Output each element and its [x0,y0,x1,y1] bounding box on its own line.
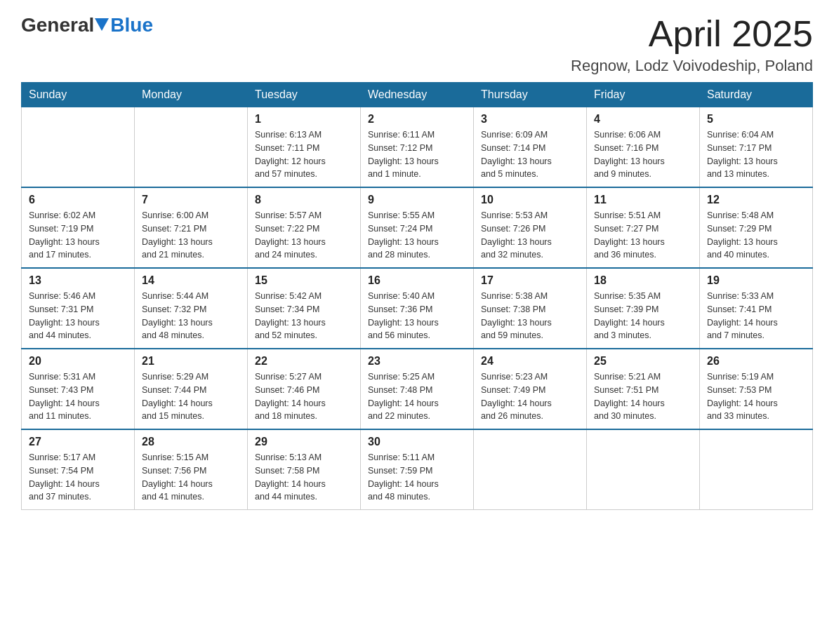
title-section: April 2025 Regnow, Lodz Voivodeship, Pol… [571,14,813,75]
day-info: Sunrise: 6:00 AM Sunset: 7:21 PM Dayligh… [142,209,240,262]
calendar-cell: 16Sunrise: 5:40 AM Sunset: 7:36 PM Dayli… [361,268,474,349]
calendar-cell: 14Sunrise: 5:44 AM Sunset: 7:32 PM Dayli… [135,268,248,349]
calendar-cell: 18Sunrise: 5:35 AM Sunset: 7:39 PM Dayli… [587,268,700,349]
logo: General Blue [21,14,153,36]
calendar-cell [474,429,587,510]
day-info: Sunrise: 5:33 AM Sunset: 7:41 PM Dayligh… [707,290,805,342]
calendar-cell: 13Sunrise: 5:46 AM Sunset: 7:31 PM Dayli… [22,268,135,349]
day-info: Sunrise: 6:04 AM Sunset: 7:17 PM Dayligh… [707,128,805,181]
day-number: 16 [368,274,466,287]
day-info: Sunrise: 6:02 AM Sunset: 7:19 PM Dayligh… [29,209,127,262]
month-title: April 2025 [571,14,813,54]
calendar-cell: 9Sunrise: 5:55 AM Sunset: 7:24 PM Daylig… [361,187,474,268]
day-info: Sunrise: 5:48 AM Sunset: 7:29 PM Dayligh… [707,209,805,262]
calendar-cell: 22Sunrise: 5:27 AM Sunset: 7:46 PM Dayli… [248,349,361,429]
day-info: Sunrise: 5:38 AM Sunset: 7:38 PM Dayligh… [481,290,579,342]
calendar-cell: 30Sunrise: 5:11 AM Sunset: 7:59 PM Dayli… [361,429,474,510]
header-saturday: Saturday [700,83,813,107]
calendar-cell [22,107,135,188]
day-info: Sunrise: 5:19 AM Sunset: 7:53 PM Dayligh… [707,370,805,423]
day-number: 14 [142,274,240,287]
day-number: 22 [255,355,353,368]
day-info: Sunrise: 5:42 AM Sunset: 7:34 PM Dayligh… [255,290,353,342]
day-number: 23 [368,355,466,368]
weekday-header-row: Sunday Monday Tuesday Wednesday Thursday… [22,83,813,107]
calendar-cell: 15Sunrise: 5:42 AM Sunset: 7:34 PM Dayli… [248,268,361,349]
day-number: 3 [481,113,579,126]
day-info: Sunrise: 5:44 AM Sunset: 7:32 PM Dayligh… [142,290,240,342]
day-number: 13 [29,274,127,287]
day-number: 6 [29,194,127,206]
calendar-cell: 4Sunrise: 6:06 AM Sunset: 7:16 PM Daylig… [587,107,700,188]
day-info: Sunrise: 5:23 AM Sunset: 7:49 PM Dayligh… [481,370,579,423]
day-info: Sunrise: 6:11 AM Sunset: 7:12 PM Dayligh… [368,128,466,181]
day-number: 12 [707,194,805,206]
calendar-week-row: 20Sunrise: 5:31 AM Sunset: 7:43 PM Dayli… [22,349,813,429]
calendar-cell: 7Sunrise: 6:00 AM Sunset: 7:21 PM Daylig… [135,187,248,268]
calendar-cell [700,429,813,510]
day-number: 19 [707,274,805,287]
day-info: Sunrise: 5:21 AM Sunset: 7:51 PM Dayligh… [594,370,692,423]
day-info: Sunrise: 5:55 AM Sunset: 7:24 PM Dayligh… [368,209,466,262]
header-wednesday: Wednesday [361,83,474,107]
header-monday: Monday [135,83,248,107]
calendar-cell: 8Sunrise: 5:57 AM Sunset: 7:22 PM Daylig… [248,187,361,268]
calendar-cell: 28Sunrise: 5:15 AM Sunset: 7:56 PM Dayli… [135,429,248,510]
logo-triangle-icon [95,18,109,34]
day-info: Sunrise: 5:17 AM Sunset: 7:54 PM Dayligh… [29,451,127,504]
day-info: Sunrise: 5:25 AM Sunset: 7:48 PM Dayligh… [368,370,466,423]
calendar-cell: 24Sunrise: 5:23 AM Sunset: 7:49 PM Dayli… [474,349,587,429]
calendar-cell: 6Sunrise: 6:02 AM Sunset: 7:19 PM Daylig… [22,187,135,268]
calendar-cell: 29Sunrise: 5:13 AM Sunset: 7:58 PM Dayli… [248,429,361,510]
day-number: 18 [594,274,692,287]
calendar-cell: 20Sunrise: 5:31 AM Sunset: 7:43 PM Dayli… [22,349,135,429]
day-info: Sunrise: 5:46 AM Sunset: 7:31 PM Dayligh… [29,290,127,342]
location-title: Regnow, Lodz Voivodeship, Poland [571,57,813,75]
day-number: 28 [142,436,240,448]
calendar-cell: 12Sunrise: 5:48 AM Sunset: 7:29 PM Dayli… [700,187,813,268]
day-number: 1 [255,113,353,126]
calendar-table: Sunday Monday Tuesday Wednesday Thursday… [21,82,813,510]
logo-blue: Blue [110,14,153,36]
calendar-cell: 21Sunrise: 5:29 AM Sunset: 7:44 PM Dayli… [135,349,248,429]
day-info: Sunrise: 5:35 AM Sunset: 7:39 PM Dayligh… [594,290,692,342]
day-info: Sunrise: 5:40 AM Sunset: 7:36 PM Dayligh… [368,290,466,342]
day-number: 10 [481,194,579,206]
header-friday: Friday [587,83,700,107]
calendar-cell: 26Sunrise: 5:19 AM Sunset: 7:53 PM Dayli… [700,349,813,429]
calendar-cell: 25Sunrise: 5:21 AM Sunset: 7:51 PM Dayli… [587,349,700,429]
day-info: Sunrise: 5:53 AM Sunset: 7:26 PM Dayligh… [481,209,579,262]
calendar-week-row: 13Sunrise: 5:46 AM Sunset: 7:31 PM Dayli… [22,268,813,349]
day-number: 24 [481,355,579,368]
calendar-cell: 5Sunrise: 6:04 AM Sunset: 7:17 PM Daylig… [700,107,813,188]
day-info: Sunrise: 6:09 AM Sunset: 7:14 PM Dayligh… [481,128,579,181]
day-info: Sunrise: 5:11 AM Sunset: 7:59 PM Dayligh… [368,451,466,504]
day-number: 27 [29,436,127,448]
calendar-cell: 1Sunrise: 6:13 AM Sunset: 7:11 PM Daylig… [248,107,361,188]
day-info: Sunrise: 5:13 AM Sunset: 7:58 PM Dayligh… [255,451,353,504]
day-info: Sunrise: 6:06 AM Sunset: 7:16 PM Dayligh… [594,128,692,181]
day-info: Sunrise: 6:13 AM Sunset: 7:11 PM Dayligh… [255,128,353,181]
day-number: 9 [368,194,466,206]
day-number: 7 [142,194,240,206]
page-header: General Blue April 2025 Regnow, Lodz Voi… [21,14,813,75]
day-number: 4 [594,113,692,126]
calendar-cell [587,429,700,510]
header-sunday: Sunday [22,83,135,107]
day-number: 20 [29,355,127,368]
day-number: 21 [142,355,240,368]
day-number: 5 [707,113,805,126]
logo-general: General [21,14,94,36]
day-info: Sunrise: 5:15 AM Sunset: 7:56 PM Dayligh… [142,451,240,504]
day-number: 17 [481,274,579,287]
svg-marker-0 [95,18,109,31]
calendar-cell: 19Sunrise: 5:33 AM Sunset: 7:41 PM Dayli… [700,268,813,349]
day-info: Sunrise: 5:27 AM Sunset: 7:46 PM Dayligh… [255,370,353,423]
day-info: Sunrise: 5:29 AM Sunset: 7:44 PM Dayligh… [142,370,240,423]
day-info: Sunrise: 5:51 AM Sunset: 7:27 PM Dayligh… [594,209,692,262]
calendar-cell: 27Sunrise: 5:17 AM Sunset: 7:54 PM Dayli… [22,429,135,510]
calendar-week-row: 1Sunrise: 6:13 AM Sunset: 7:11 PM Daylig… [22,107,813,188]
day-number: 25 [594,355,692,368]
calendar-week-row: 6Sunrise: 6:02 AM Sunset: 7:19 PM Daylig… [22,187,813,268]
day-number: 8 [255,194,353,206]
